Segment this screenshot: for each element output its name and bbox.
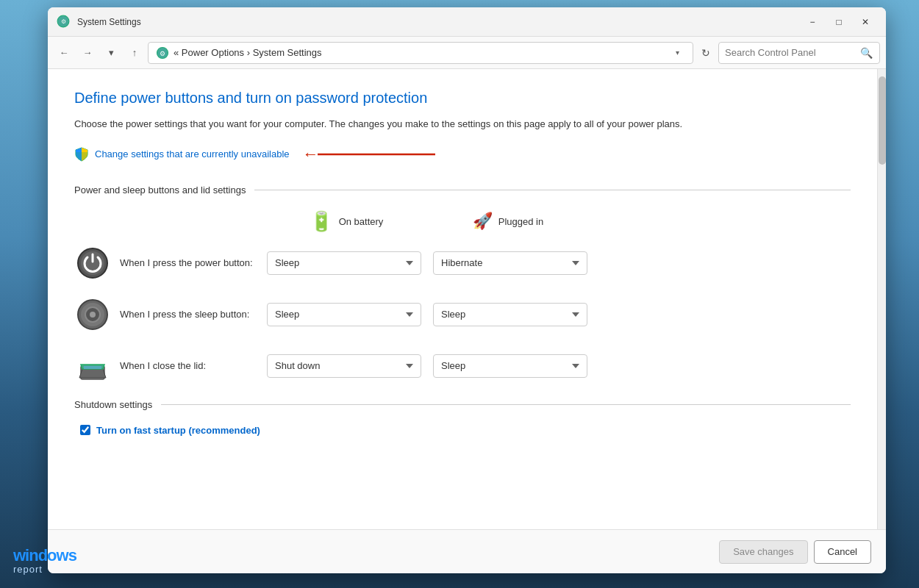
window-icon: ⚙ xyxy=(57,15,71,29)
column-headers: 🔋 On battery 🚀 Plugged in xyxy=(74,210,851,233)
shutdown-section-header: Shutdown settings xyxy=(74,399,851,410)
dropdown-button[interactable]: ▾ xyxy=(101,43,121,63)
cancel-button[interactable]: Cancel xyxy=(814,540,871,564)
lid-icon-wrap xyxy=(74,348,111,384)
page-description: Choose the power settings that you want … xyxy=(74,117,707,132)
power-button-icon xyxy=(76,247,109,279)
sleep-button-icon-wrap xyxy=(74,296,111,333)
power-button-battery-select[interactable]: Do nothing Sleep Hibernate Shut down Tur… xyxy=(267,251,421,275)
titlebar: ⚙ System Settings − □ ✕ xyxy=(48,7,886,37)
sleep-button-battery-select[interactable]: Do nothing Sleep Hibernate Shut down Tur… xyxy=(267,303,421,326)
fast-startup-checkbox[interactable] xyxy=(80,425,90,435)
power-section-header: Power and sleep buttons and lid settings xyxy=(74,184,851,196)
search-box[interactable]: 🔍 xyxy=(718,42,880,64)
address-dropdown-icon[interactable]: ▾ xyxy=(669,49,685,57)
shutdown-divider xyxy=(161,404,851,405)
power-button-label: When I press the power button: xyxy=(120,257,267,268)
rocket-icon: 🚀 xyxy=(473,212,493,231)
plugged-label: Plugged in xyxy=(498,216,543,227)
power-button-icon-wrap xyxy=(74,245,111,282)
fast-startup-label: Turn on fast startup (recommended) xyxy=(96,425,260,436)
lid-close-dropdowns: Do nothing Sleep Hibernate Shut down Tur… xyxy=(267,354,587,378)
minimize-button[interactable]: − xyxy=(801,13,824,31)
lid-plugged-select[interactable]: Do nothing Sleep Hibernate Shut down Tur… xyxy=(433,354,587,378)
watermark-brand: windows xyxy=(13,548,76,564)
watermark-sub: report xyxy=(13,564,43,575)
change-settings-row: Change settings that are currently unava… xyxy=(74,145,851,164)
lid-close-label: When I close the lid: xyxy=(120,360,267,371)
up-button[interactable]: ↑ xyxy=(124,43,145,63)
sleep-button-icon xyxy=(76,298,109,331)
close-button[interactable]: ✕ xyxy=(854,13,877,31)
addressbar: ← → ▾ ↑ ⚙ « Power Options › System Setti… xyxy=(48,37,886,69)
maximize-button[interactable]: □ xyxy=(827,13,851,31)
window-title: System Settings xyxy=(77,17,801,27)
svg-rect-14 xyxy=(84,366,101,369)
arrow-indicator: ← xyxy=(303,145,319,164)
svg-point-11 xyxy=(90,312,96,318)
sleep-button-plugged-select[interactable]: Do nothing Sleep Hibernate Shut down Tur… xyxy=(433,303,587,326)
power-section-label: Power and sleep buttons and lid settings xyxy=(74,184,246,196)
battery-column-header: 🔋 On battery xyxy=(265,210,427,233)
battery-icon: 🔋 xyxy=(310,210,333,233)
sleep-button-label: When I press the sleep button: xyxy=(120,309,267,320)
save-changes-button[interactable]: Save changes xyxy=(719,540,807,564)
lid-icon xyxy=(76,350,109,382)
refresh-button[interactable]: ↻ xyxy=(696,43,715,62)
content-area: Define power buttons and turn on passwor… xyxy=(48,69,886,529)
svg-text:⚙: ⚙ xyxy=(160,49,165,57)
svg-text:⚙: ⚙ xyxy=(61,18,66,25)
breadcrumb: « Power Options › System Settings xyxy=(174,47,669,58)
shield-icon xyxy=(74,147,89,162)
search-input[interactable] xyxy=(725,47,859,58)
power-button-row: When I press the power button: Do nothin… xyxy=(74,245,851,282)
arrow-line xyxy=(318,147,465,162)
window-controls: − □ ✕ xyxy=(801,13,877,31)
battery-label: On battery xyxy=(339,216,384,227)
power-button-plugged-select[interactable]: Do nothing Sleep Hibernate Shut down Tur… xyxy=(433,251,587,275)
sleep-button-dropdowns: Do nothing Sleep Hibernate Shut down Tur… xyxy=(267,303,587,326)
system-settings-window: ⚙ System Settings − □ ✕ ← → ▾ ↑ ⚙ « Powe… xyxy=(48,7,886,573)
lid-close-row: When I close the lid: Do nothing Sleep H… xyxy=(74,348,851,384)
page-title: Define power buttons and turn on passwor… xyxy=(74,90,851,107)
section-divider xyxy=(254,190,851,190)
change-settings-link[interactable]: Change settings that are currently unava… xyxy=(95,148,290,159)
power-button-dropdowns: Do nothing Sleep Hibernate Shut down Tur… xyxy=(267,251,587,275)
plugged-column-header: 🚀 Plugged in xyxy=(427,212,589,231)
footer: Save changes Cancel xyxy=(48,529,886,573)
lid-battery-select[interactable]: Do nothing Sleep Hibernate Shut down Tur… xyxy=(267,354,421,378)
fast-startup-row: Turn on fast startup (recommended) xyxy=(74,425,851,436)
shutdown-section-label: Shutdown settings xyxy=(74,399,152,410)
back-button[interactable]: ← xyxy=(54,43,74,63)
main-panel: Define power buttons and turn on passwor… xyxy=(48,69,877,529)
address-icon: ⚙ xyxy=(156,46,169,60)
address-field[interactable]: ⚙ « Power Options › System Settings ▾ xyxy=(148,42,693,64)
watermark: windows report xyxy=(13,548,76,575)
sleep-button-row: When I press the sleep button: Do nothin… xyxy=(74,296,851,333)
forward-button[interactable]: → xyxy=(77,43,98,63)
search-button[interactable]: 🔍 xyxy=(859,46,873,60)
scrollbar-thumb[interactable] xyxy=(879,76,886,165)
shutdown-section: Shutdown settings Turn on fast startup (… xyxy=(74,399,851,436)
scrollbar[interactable] xyxy=(877,69,886,529)
